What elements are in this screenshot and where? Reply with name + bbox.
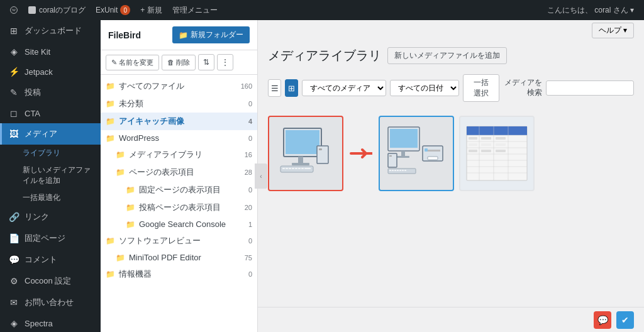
grid-view-button[interactable]: ⊞: [285, 79, 298, 97]
bulk-select-button[interactable]: 一括選択: [463, 74, 499, 102]
folder-icon: 📁: [126, 203, 135, 212]
media-type-filter[interactable]: すべてのメディア: [302, 80, 386, 96]
grid-icon: ⊞: [288, 84, 295, 93]
add-media-button[interactable]: 新しいメディアファイルを追加: [387, 47, 507, 64]
user-greeting[interactable]: こんにちは、 coral さん ▾: [542, 0, 639, 20]
folder-icon: 📁: [106, 134, 115, 143]
wp-logo[interactable]: W: [5, 0, 23, 20]
jetpack-icon: ⚡: [8, 67, 19, 77]
pages-icon: 📄: [8, 233, 19, 243]
folder-label: 情報機器: [119, 268, 152, 280]
folder-item[interactable]: 📁ソフトウェアレビュー0: [101, 232, 257, 250]
sidebar-item-pages[interactable]: 📄 固定ページ: [0, 228, 101, 249]
help-bar: ヘルプ ▾: [258, 20, 644, 41]
svg-rect-37: [467, 126, 527, 135]
folder-label: ソフトウェアレビュー: [119, 235, 201, 246]
filebird-title: FileBird: [108, 30, 141, 40]
sidebar-item-spectra[interactable]: ◈ Spectra: [0, 313, 101, 332]
exunit-menu[interactable]: ExUnit 0: [91, 0, 135, 20]
folder-icon: 📁: [126, 220, 135, 229]
more-icon: ⋮: [221, 58, 229, 67]
folder-icon: 📁: [116, 253, 125, 262]
svg-rect-23: [389, 155, 392, 157]
cocoon-icon: ⚙: [8, 276, 19, 286]
media-item-2[interactable]: [379, 116, 454, 191]
rename-button[interactable]: ✎ 名前を変更: [106, 55, 159, 70]
svg-rect-4: [286, 130, 319, 154]
sidebar-item-links[interactable]: 🔗 リンク: [0, 206, 101, 228]
sidebar-submenu-library[interactable]: ライブラリ: [0, 145, 101, 162]
svg-rect-54: [469, 150, 477, 152]
sitekit-icon: ◈: [8, 47, 19, 57]
svg-rect-49: [481, 137, 491, 140]
media-search-input[interactable]: [546, 80, 634, 96]
folder-label: 固定ページの表示項目: [139, 184, 221, 196]
svg-rect-56: [496, 150, 506, 152]
new-folder-button[interactable]: 📁 新規フォルダー: [172, 26, 250, 43]
folder-icon: 📁: [106, 117, 115, 126]
folder-icon: 📁: [126, 185, 135, 194]
folder-count: 16: [245, 151, 252, 158]
svg-rect-55: [481, 150, 491, 152]
svg-rect-50: [496, 137, 506, 140]
site-name[interactable]: coralのブログ: [23, 0, 91, 20]
media-header: メディアライブラリ 新しいメディアファイルを追加: [258, 41, 644, 70]
sidebar-item-posts[interactable]: ✎ 投稿: [0, 82, 101, 103]
folder-label: Google Search Console: [139, 219, 226, 229]
media-item-1[interactable]: [268, 116, 343, 191]
svg-rect-19: [390, 129, 418, 148]
sidebar-item-jetpack[interactable]: ⚡ Jetpack: [0, 62, 101, 82]
more-options-button[interactable]: ⋮: [217, 54, 233, 70]
folder-label: 投稿ページの表示項目: [139, 202, 221, 213]
folder-label: ページの表示項目: [129, 167, 194, 178]
folder-icon: 📁: [106, 99, 115, 108]
media-item-3[interactable]: [459, 116, 535, 191]
sidebar-submenu-optimize[interactable]: 一括最適化: [0, 189, 101, 206]
new-post-btn[interactable]: + 新規: [135, 0, 167, 20]
help-button[interactable]: ヘルプ ▾: [592, 23, 634, 38]
folder-item[interactable]: 📁投稿ページの表示項目20: [101, 199, 257, 216]
folder-item[interactable]: 📁未分類0: [101, 95, 257, 113]
contact-icon: ✉: [8, 297, 19, 307]
sidebar-item-contact[interactable]: ✉ お問い合わせ: [0, 292, 101, 313]
sidebar-item-comments[interactable]: 💬 コメント: [0, 249, 101, 270]
folder-item[interactable]: 📁すべてのファイル160: [101, 77, 257, 95]
delete-button[interactable]: 🗑 削除: [162, 55, 196, 70]
sidebar-item-sitekit[interactable]: ◈ Site Kit: [0, 42, 101, 62]
svg-rect-15: [298, 168, 301, 169]
folder-count: 160: [241, 82, 252, 90]
admin-bar: W coralのブログ ExUnit 0 + 新規 管理メニュー こんにちは、 …: [0, 0, 644, 20]
folder-item[interactable]: 📁固定ページの表示項目0: [101, 181, 257, 199]
folder-label: メディアライブラリ: [129, 149, 203, 160]
list-view-button[interactable]: ☰: [268, 79, 281, 97]
folder-item[interactable]: 📁WordPress0: [101, 130, 257, 146]
collapse-panel-button[interactable]: ‹: [255, 163, 267, 189]
folder-count: 0: [248, 237, 252, 245]
sidebar-item-cocoon[interactable]: ⚙ Cocoon 設定: [0, 270, 101, 292]
folder-item[interactable]: 📁ページの表示項目28: [101, 163, 257, 181]
svg-rect-52: [481, 143, 491, 146]
sidebar-item-media[interactable]: 🖼 メディア: [0, 123, 101, 145]
spectra-icon: ◈: [8, 318, 19, 328]
folder-item[interactable]: 📁アイキャッチ画像4: [101, 113, 257, 130]
svg-rect-20: [401, 151, 405, 156]
folder-item[interactable]: 📁MiniTool PDF Editor75: [101, 250, 257, 265]
sort-button[interactable]: ⇅: [198, 54, 214, 70]
folder-item[interactable]: 📁メディアライブラリ16: [101, 146, 257, 163]
check-icon-btn[interactable]: ✔: [616, 311, 634, 329]
sidebar-item-dashboard[interactable]: ⊞ ダッシュボード: [0, 20, 101, 42]
folder-icon: 📁: [106, 82, 115, 91]
folder-count: 0: [248, 186, 252, 194]
media-date-filter[interactable]: すべての日付: [390, 80, 459, 96]
chat-icon-btn[interactable]: 💬: [594, 311, 611, 329]
trash-icon: 🗑: [167, 58, 174, 66]
folder-item[interactable]: 📁情報機器0: [101, 265, 257, 283]
sidebar-submenu-add-media[interactable]: 新しいメディアファイルを追加: [0, 162, 101, 189]
sidebar-item-cta[interactable]: ◻ CTA: [0, 103, 101, 123]
svg-rect-29: [389, 170, 391, 171]
folder-count: 0: [248, 270, 252, 278]
folder-count: 20: [245, 204, 252, 211]
folder-item[interactable]: 📁Google Search Console1: [101, 216, 257, 232]
svg-rect-11: [286, 168, 288, 169]
manage-menu[interactable]: 管理メニュー: [167, 0, 223, 20]
